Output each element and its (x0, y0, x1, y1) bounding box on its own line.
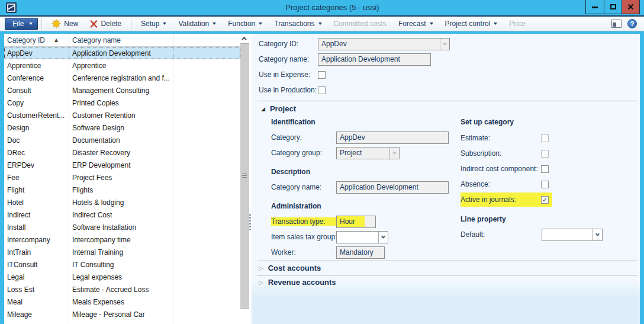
cell-category-id[interactable]: Consult (4, 84, 69, 97)
table-row[interactable]: IntTrain Internal Training (4, 246, 240, 258)
delete-button[interactable]: Delete (84, 18, 127, 30)
table-row[interactable]: Conference Cenference registration and f… (4, 72, 240, 84)
cell-category-name[interactable]: ERP Development (69, 159, 173, 171)
cell-category-name[interactable]: Documentation (69, 134, 173, 146)
cell-category-name[interactable]: Application Development (69, 47, 173, 59)
table-row[interactable]: Indirect Indirect Cost (4, 208, 240, 221)
table-row[interactable]: Install Software Installation (4, 221, 240, 233)
category-id-combobox[interactable]: AppDev (318, 38, 450, 50)
table-row[interactable]: Meal Meals Expenses (4, 296, 240, 308)
cell-category-name[interactable]: Indirect Cost (69, 208, 173, 221)
menu-validation[interactable]: Validation (172, 18, 222, 30)
menu-project-control[interactable]: Project control (439, 18, 504, 30)
grid-scrollbar[interactable] (240, 34, 249, 324)
cell-category-name[interactable]: Apprentice (69, 59, 173, 72)
file-menu-button[interactable]: File (5, 18, 38, 30)
help-icon[interactable]: ? (627, 19, 637, 28)
table-row[interactable]: DRec Disaster Recovery (4, 146, 240, 159)
cell-category-id[interactable]: Install (4, 221, 69, 233)
worker-field[interactable]: Mandatory (336, 246, 385, 259)
cell-category-id[interactable]: Intercompany (4, 233, 69, 246)
section-cost-accounts[interactable]: ▷ Cost accounts (259, 264, 321, 272)
menu-setup[interactable]: Setup (135, 18, 172, 30)
default-combobox[interactable] (542, 229, 603, 241)
layout-icon[interactable] (611, 20, 622, 28)
section-project[interactable]: ◢ Project (261, 104, 296, 113)
table-row[interactable]: Legal Legal expenses (4, 271, 240, 283)
cell-category-id[interactable]: Mileage (4, 308, 69, 320)
table-row[interactable]: Fee Project Fees (4, 171, 240, 184)
cell-category-name[interactable]: Legal expenses (69, 271, 173, 283)
table-row[interactable]: ITConsult IT Consulting (4, 258, 240, 271)
minimize-button[interactable] (586, 0, 604, 14)
table-row[interactable]: Doc Documentation (4, 134, 240, 146)
cell-category-name[interactable]: Software Design (69, 121, 173, 134)
table-row[interactable]: AppDev Application Development (4, 47, 240, 59)
transaction-type-field[interactable]: Hour (336, 216, 376, 228)
use-in-production-checkbox[interactable] (318, 86, 326, 94)
cell-category-id[interactable]: CustomerRetent... (4, 109, 69, 121)
table-row[interactable]: Loss Est Estimate - Accrued Loss (4, 283, 240, 296)
cell-category-id[interactable]: Fee (4, 171, 69, 184)
cell-category-name[interactable]: Management Consulting (69, 84, 173, 97)
table-row[interactable]: Copy Printed Copies (4, 97, 240, 109)
cell-category-name[interactable]: Flights (69, 184, 173, 196)
cell-category-name[interactable]: Estimate - Accrued Loss (69, 283, 173, 296)
checkbox[interactable] (541, 150, 549, 158)
cell-category-name[interactable]: Software Installation (69, 221, 173, 233)
scrollbar-thumb[interactable] (240, 43, 249, 309)
cell-category-name[interactable]: Hotels & lodging (69, 196, 173, 208)
table-row[interactable]: PM... Project Management (4, 320, 240, 324)
item-sales-tax-group-combobox[interactable] (336, 231, 388, 243)
cell-category-name[interactable]: Internal Training (69, 246, 173, 258)
cell-category-name[interactable]: Customer Retention (69, 109, 173, 121)
cell-category-id[interactable]: Hotel (4, 196, 69, 208)
cell-category-id[interactable]: ERPDev (4, 159, 69, 171)
table-row[interactable]: Apprentice Apprentice (4, 59, 240, 72)
cell-category-name[interactable]: Mileage - Personal Car (69, 308, 173, 320)
cell-category-id[interactable]: AppDev (4, 47, 69, 59)
menu-function[interactable]: Function (222, 18, 268, 30)
table-row[interactable]: Hotel Hotels & lodging (4, 196, 240, 208)
cell-category-id[interactable]: Copy (4, 97, 69, 109)
cell-category-name[interactable]: IT Consulting (69, 258, 173, 271)
cell-category-id[interactable]: Design (4, 121, 69, 134)
menu-transactions[interactable]: Transactions (268, 18, 327, 30)
use-in-expense-checkbox[interactable] (318, 71, 326, 79)
checkbox[interactable] (541, 165, 549, 173)
cell-category-id[interactable]: ITConsult (4, 258, 69, 271)
cell-category-id[interactable]: Loss Est (4, 283, 69, 296)
checkbox[interactable] (541, 181, 549, 188)
cell-category-name[interactable]: Printed Copies (69, 97, 173, 109)
cell-category-id[interactable]: Doc (4, 134, 69, 146)
checkbox[interactable] (541, 196, 549, 204)
cell-category-id[interactable]: Flight (4, 184, 69, 196)
category-name-field[interactable]: Application Development (318, 53, 431, 66)
chevron-down-icon[interactable] (389, 147, 399, 159)
cell-category-name[interactable]: Project Management (69, 320, 173, 324)
category-group-combobox[interactable]: Project (336, 147, 400, 159)
maximize-button[interactable] (604, 0, 622, 14)
chevron-down-icon[interactable] (378, 232, 388, 243)
cell-category-name[interactable]: Intercompany time (69, 233, 173, 246)
scroll-up-button[interactable] (240, 34, 249, 43)
table-row[interactable]: Consult Management Consulting (4, 84, 240, 97)
column-header-category-name[interactable]: Category name (69, 34, 173, 46)
section-revenue-accounts[interactable]: ▷ Revenue accounts (259, 278, 336, 287)
cell-category-id[interactable]: Meal (4, 296, 69, 308)
table-row[interactable]: Flight Flights (4, 184, 240, 196)
chevron-down-icon[interactable] (593, 229, 602, 240)
cell-category-id[interactable]: IntTrain (4, 246, 69, 258)
table-row[interactable]: Design Software Design (4, 121, 240, 134)
table-row[interactable]: Mileage Mileage - Personal Car (4, 308, 240, 320)
cell-category-id[interactable]: Conference (4, 72, 69, 84)
table-row[interactable]: CustomerRetent... Customer Retention (4, 109, 240, 121)
description-category-name-field[interactable]: Application Development (336, 181, 449, 194)
cell-category-id[interactable]: Indirect (4, 208, 69, 221)
cell-category-id[interactable]: Apprentice (4, 59, 69, 72)
cell-category-name[interactable]: Meals Expenses (69, 296, 173, 308)
menu-forecast[interactable]: Forecast (392, 18, 439, 30)
cell-category-id[interactable]: Legal (4, 271, 69, 283)
close-button[interactable] (622, 0, 639, 14)
new-button[interactable]: New (46, 18, 84, 30)
